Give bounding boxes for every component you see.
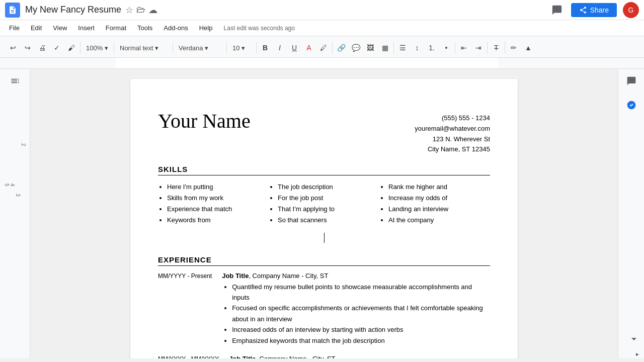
menu-view[interactable]: View (48, 22, 72, 34)
main-area: 2 3 4 5 Your Name (555) 555 - 1234 youre… (0, 69, 644, 358)
experience-title: EXPERIENCE (158, 255, 490, 266)
redo-button[interactable]: ↪ (21, 41, 35, 55)
insert-table-button[interactable]: ▦ (378, 41, 392, 55)
style-value: Normal text (120, 44, 153, 52)
insert-comment-button[interactable]: 💬 (349, 41, 363, 55)
decrease-indent-button[interactable]: ⇤ (457, 41, 471, 55)
spellcheck-button[interactable]: ✓ (50, 41, 64, 55)
menu-tools[interactable]: Tools (132, 22, 157, 34)
zoom-chevron: ▾ (105, 44, 108, 52)
undo-button[interactable]: ↩ (6, 41, 20, 55)
job-entry-2: MM/YYYY - MM/YYYY Job Title, Company Nam… (158, 355, 490, 358)
print-button[interactable]: 🖨 (35, 41, 49, 55)
star-icon[interactable]: ☆ (125, 5, 133, 16)
skill-item: Rank me higher and (388, 182, 490, 193)
toolbar-divider-8 (455, 42, 455, 54)
text-cursor (324, 233, 325, 243)
resume-contact: (555) 555 - 1234 youremail@whatever.com … (415, 109, 490, 155)
folder-icon[interactable]: 🗁 (136, 5, 145, 15)
toolbar-divider-4 (226, 42, 227, 54)
menu-format[interactable]: Format (101, 22, 131, 34)
menu-edit[interactable]: Edit (26, 22, 47, 34)
skill-item: So that scanners (278, 215, 379, 226)
zoom-selector[interactable]: 100% ▾ (82, 41, 112, 55)
italic-button[interactable]: I (273, 41, 287, 55)
align-button[interactable]: ☰ (395, 41, 410, 55)
bullet-item: Focused on specific accomplishments or a… (232, 303, 490, 324)
job-title-bold-2: Job Title (229, 355, 256, 358)
titlebar: My New Fancy Resume ☆ 🗁 ☁ Share G (0, 0, 644, 20)
page-markers: 2 3 4 5 (4, 143, 26, 197)
last-edit-status[interactable]: Last edit was seconds ago (224, 25, 295, 32)
toolbar-wrapper: ↩ ↪ 🖨 ✓ 🖌 100% ▾ Normal text ▾ Verdana ▾… (0, 36, 644, 58)
font-value: Verdana (179, 44, 203, 52)
job-company-2: , Company Name - City, ST (256, 355, 335, 358)
document-title[interactable]: My New Fancy Resume (25, 5, 121, 15)
text-color-button[interactable]: A (302, 41, 316, 55)
contact-phone: (555) 555 - 1234 (415, 113, 490, 124)
job-title-bold-1: Job Title (222, 272, 249, 280)
font-selector[interactable]: Verdana ▾ (175, 41, 225, 55)
size-chevron: ▾ (242, 44, 245, 52)
line-spacing-button[interactable]: ↕ (410, 41, 424, 55)
job-entry-1: MM/YYYY - Present Job Title, Company Nam… (158, 272, 490, 346)
contact-city: City Name, ST 12345 (415, 144, 490, 155)
skills-col-2: The job description For the job post Tha… (269, 182, 379, 226)
left-sidebar: 2 3 4 5 (0, 69, 30, 358)
toolbar-divider-5 (256, 42, 257, 54)
document-area[interactable]: Your Name (555) 555 - 1234 youremail@wha… (30, 69, 618, 358)
zoom-value: 100% (86, 44, 103, 52)
collapse-toolbar-button[interactable]: ▲ (521, 41, 535, 55)
menu-help[interactable]: Help (194, 22, 218, 34)
clear-formatting-button[interactable]: T̶ (489, 41, 503, 55)
numbered-list-button[interactable]: 1. (425, 41, 439, 55)
job-company-1: , Company Name - City, ST (249, 272, 328, 280)
menubar: File Edit View Insert Format Tools Add-o… (0, 20, 644, 36)
skills-grid: Here I'm putting Skills from my work Exp… (158, 182, 490, 226)
resume-name: Your Name (158, 109, 251, 133)
experience-section: EXPERIENCE MM/YYYY - Present Job Title, … (158, 255, 490, 358)
skill-item: Skills from my work (167, 193, 269, 204)
paragraph-style-selector[interactable]: Normal text ▾ (116, 41, 171, 55)
job-title-2: Job Title, Company Name - City, ST (229, 355, 490, 358)
share-button[interactable]: Share (571, 3, 617, 17)
skills-section: SKILLS Here I'm putting Skills from my w… (158, 165, 490, 245)
bold-button[interactable]: B (258, 41, 272, 55)
skill-item: For the job post (278, 193, 379, 204)
skill-item: That I'm applying to (278, 204, 379, 215)
bullet-item: Increased odds of an interview by starti… (232, 324, 490, 335)
skills-col-1: Here I'm putting Skills from my work Exp… (158, 182, 269, 226)
cloud-icon[interactable]: ☁ (148, 5, 157, 16)
contact-address: 123 N. Wherever St (415, 134, 490, 145)
check-icon[interactable] (623, 97, 639, 113)
user-avatar[interactable]: G (623, 2, 639, 18)
comment-icon[interactable] (549, 2, 565, 18)
insert-image-button[interactable]: 🖼 (363, 41, 377, 55)
size-value: 10 (232, 44, 239, 52)
edit-mode-button[interactable]: ✏ (507, 41, 521, 55)
underline-button[interactable]: U (287, 41, 301, 55)
job-details-2: Job Title, Company Name - City, ST Quant… (229, 355, 490, 358)
paint-format-button[interactable]: 🖌 (64, 41, 78, 55)
link-button[interactable]: 🔗 (334, 41, 348, 55)
bullet-item: Quantified my resume bullet points to sh… (232, 282, 490, 303)
menu-insert[interactable]: Insert (73, 22, 100, 34)
outline-icon[interactable] (7, 73, 23, 89)
font-size-selector[interactable]: 10 ▾ (228, 41, 255, 55)
resume-header: Your Name (555) 555 - 1234 youremail@wha… (158, 109, 490, 155)
toolbar-divider-1 (80, 42, 80, 54)
document-page: Your Name (555) 555 - 1234 youremail@wha… (130, 79, 518, 358)
job-bullets-1: Quantified my resume bullet points to sh… (222, 282, 490, 346)
toolbar-divider-10 (505, 42, 505, 54)
toolbar-divider-9 (487, 42, 488, 54)
notification-icon[interactable] (623, 73, 639, 89)
scroll-to-bottom[interactable] (628, 333, 640, 347)
menu-file[interactable]: File (4, 22, 25, 34)
skill-item: Landing an interview (388, 204, 490, 215)
header-right: Share G (549, 2, 639, 18)
title-icons: ☆ 🗁 ☁ (125, 5, 157, 16)
highlight-button[interactable]: 🖊 (316, 41, 331, 55)
bulleted-list-button[interactable]: • (439, 41, 453, 55)
menu-addons[interactable]: Add-ons (158, 22, 193, 34)
increase-indent-button[interactable]: ⇥ (471, 41, 486, 55)
